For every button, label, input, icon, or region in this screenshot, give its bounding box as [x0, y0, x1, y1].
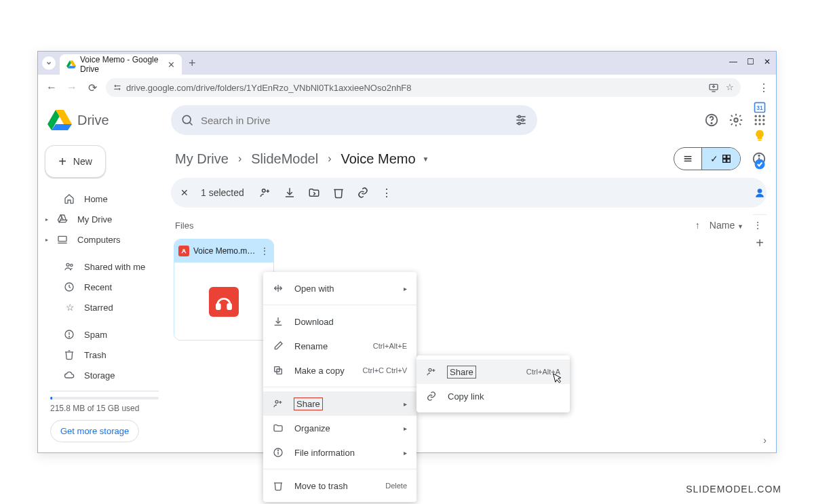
settings-icon[interactable]: [729, 113, 743, 128]
file-card[interactable]: Voice Memo.mp3 ⋮: [174, 239, 274, 341]
caret-icon[interactable]: ▸: [45, 237, 49, 243]
back-button[interactable]: ←: [45, 81, 58, 94]
download-action-button[interactable]: [284, 187, 296, 199]
get-storage-button[interactable]: Get more storage: [50, 420, 139, 442]
clear-selection-button[interactable]: ✕: [180, 187, 189, 198]
crumb-root[interactable]: My Drive: [175, 151, 229, 167]
main-content: My Drive › SlideModel › Voice Memo ▼ ✓ ✕…: [171, 140, 776, 452]
move-action-button[interactable]: [308, 187, 320, 199]
link-icon: [426, 391, 438, 402]
sidebar-item-recent[interactable]: Recent: [45, 277, 164, 297]
maximize-button[interactable]: ☐: [747, 57, 754, 66]
install-app-icon[interactable]: [708, 82, 719, 93]
download-icon: [273, 316, 285, 327]
svg-rect-38: [723, 155, 726, 159]
calendar-icon[interactable]: 31: [753, 100, 767, 114]
open-with-icon: [273, 283, 285, 294]
submenu-share[interactable]: Share Ctrl+Alt+A: [416, 360, 570, 384]
drive-icon: [57, 214, 69, 225]
reload-button[interactable]: ⟳: [85, 81, 99, 94]
share-action-button[interactable]: [259, 187, 271, 199]
chevron-right-icon: ▸: [404, 449, 407, 457]
minimize-button[interactable]: —: [729, 57, 737, 66]
menu-open-with[interactable]: Open with ▸: [263, 276, 416, 301]
menu-organize[interactable]: Organize ▸: [263, 416, 416, 440]
close-window-button[interactable]: ✕: [764, 57, 771, 66]
spam-icon: [64, 329, 76, 340]
svg-rect-68: [758, 140, 762, 141]
search-box[interactable]: [171, 105, 537, 135]
side-panel-toggle[interactable]: ›: [763, 435, 767, 446]
file-more-button[interactable]: ⋮: [260, 246, 269, 256]
keep-icon[interactable]: [753, 129, 767, 142]
sidebar-item-storage[interactable]: Storage: [45, 365, 164, 385]
sidebar-item-spam[interactable]: Spam: [45, 324, 164, 345]
sidebar-item-computers[interactable]: ▸Computers: [45, 229, 164, 250]
new-button[interactable]: + New: [45, 145, 106, 178]
help-icon[interactable]: [704, 113, 719, 128]
pencil-icon: [273, 341, 285, 351]
tab-close-icon[interactable]: ✕: [168, 60, 175, 70]
browser-tab[interactable]: Voice Memo - Google Drive ✕: [60, 54, 182, 75]
sort-by-label[interactable]: Name ▼: [710, 220, 743, 231]
grid-view-button[interactable]: ✓: [702, 148, 740, 170]
clock-icon: [64, 282, 76, 292]
tab-search-button[interactable]: [42, 56, 56, 70]
sidebar-item-shared[interactable]: Shared with me: [45, 256, 164, 277]
svg-point-12: [522, 119, 524, 121]
menu-share[interactable]: Share ▸: [263, 391, 416, 416]
delete-action-button[interactable]: [332, 187, 345, 199]
menu-trash[interactable]: Move to trash Delete: [263, 473, 416, 498]
dropdown-caret-icon[interactable]: ▼: [423, 155, 429, 163]
svg-point-10: [518, 115, 520, 117]
chevron-right-icon: ›: [328, 153, 331, 165]
new-button-label: New: [73, 156, 92, 167]
tasks-icon[interactable]: [753, 157, 767, 171]
drive-logo-area[interactable]: Drive: [47, 108, 171, 132]
bookmark-icon[interactable]: ☆: [726, 82, 734, 93]
selection-toolbar: ✕ 1 selected ⋮: [171, 178, 767, 208]
trash-icon: [64, 349, 76, 360]
more-actions-button[interactable]: ⋮: [381, 187, 392, 199]
svg-point-29: [66, 263, 69, 266]
menu-download[interactable]: Download: [263, 309, 416, 334]
site-info-icon[interactable]: [113, 83, 122, 92]
people-icon: [64, 261, 76, 272]
contacts-icon[interactable]: [753, 186, 767, 199]
sidebar-item-starred[interactable]: ☆Starred: [45, 297, 164, 317]
menu-file-info[interactable]: File information ▸: [263, 440, 416, 465]
copy-icon: [273, 365, 285, 376]
drive-header: Drive: [38, 100, 776, 140]
svg-rect-41: [727, 159, 731, 163]
sidebar-item-trash[interactable]: Trash: [45, 345, 164, 365]
forward-button[interactable]: →: [65, 81, 79, 94]
drive-favicon: [66, 60, 76, 69]
url-text: drive.google.com/drive/folders/1YdEnRzo_…: [126, 83, 412, 93]
list-view-button[interactable]: [674, 148, 701, 170]
share-submenu: Share Ctrl+Alt+A Copy link: [416, 355, 570, 412]
sidebar-item-mydrive[interactable]: ▸My Drive: [45, 209, 164, 229]
sort-direction-icon[interactable]: ↑: [695, 220, 700, 231]
menu-rename[interactable]: Rename Ctrl+Alt+E: [263, 334, 416, 358]
drive-product-name: Drive: [77, 113, 109, 128]
add-addon-button[interactable]: +: [756, 235, 764, 251]
svg-point-49: [183, 250, 185, 252]
storage-text: 215.8 MB of 15 GB used: [50, 404, 159, 413]
crumb-folder[interactable]: SlideModel: [251, 151, 318, 167]
svg-point-57: [275, 400, 278, 403]
search-input[interactable]: [201, 115, 514, 126]
audio-thumbnail-icon: [209, 287, 239, 317]
trash-icon: [273, 480, 285, 491]
caret-icon[interactable]: ▸: [45, 216, 49, 222]
crumb-current[interactable]: Voice Memo: [341, 151, 416, 167]
info-icon: [273, 447, 285, 458]
submenu-copy-link[interactable]: Copy link: [416, 384, 570, 408]
audio-file-icon: [178, 246, 189, 256]
search-filter-icon[interactable]: [514, 113, 528, 127]
link-action-button[interactable]: [357, 187, 369, 199]
svg-rect-52: [217, 305, 220, 309]
menu-make-copy[interactable]: Make a copy Ctrl+C Ctrl+V: [263, 358, 416, 383]
address-bar[interactable]: drive.google.com/drive/folders/1YdEnRzo_…: [106, 78, 741, 97]
sidebar-item-home[interactable]: Home: [45, 189, 164, 209]
new-tab-button[interactable]: +: [189, 56, 196, 71]
